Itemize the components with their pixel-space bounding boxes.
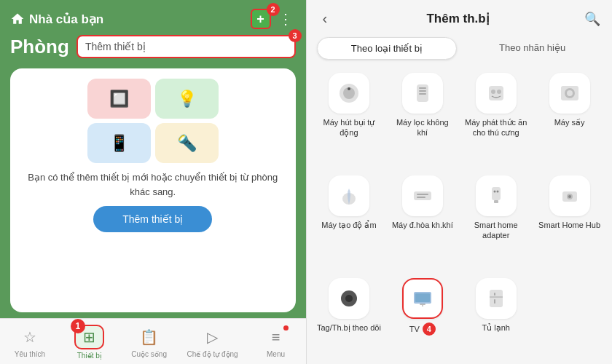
back-button[interactable]: ‹ [318,9,332,28]
right-title: Thêm th.bị [426,11,489,26]
device-item-smart-home-adapter[interactable]: Smart home adapter [460,170,531,269]
svg-rect-6 [419,93,426,95]
menu-badge [283,325,289,331]
svg-rect-32 [494,293,495,296]
add-device-button[interactable]: Thêm thiết bị [93,206,212,232]
left-panel: Nhà của bạn + 2 ⋮ Phòng Thêm thiết bị 3 … [0,0,306,364]
tv-label-row: TV 4 [409,323,436,336]
star-icon: ☆ [23,329,36,345]
tile-pink: 🔲 [87,79,151,119]
main-card: 🔲 💡 📱 🔦 Bạn có thể thêm thiết bị mới hoặ… [10,68,296,312]
tile-blue: 📱 [87,123,151,163]
room-title: Phòng [10,36,69,58]
device-item-robot-vacuum[interactable]: Máy hút bụi tự động [314,67,385,167]
devices-icon: ⊞ [83,329,95,345]
tile-icon-4: 🔦 [177,134,197,153]
device-item-air-purifier[interactable]: Máy lọc không khí [387,67,458,167]
svg-point-2 [348,87,350,90]
svg-point-8 [491,90,495,94]
nav-item-cuocsong[interactable]: 📋 Cuộc sống [128,326,171,358]
device-item-pet-feeder[interactable]: Máy phát thức ăn cho thú cưng [460,67,531,167]
bottom-nav: ☆ Yêu thích ⊞ Thiết bị 1 📋 Cuộc sống ▷ C… [0,318,306,364]
life-icon: 📋 [140,329,158,345]
device-grid: 🔲 💡 📱 🔦 [87,79,219,163]
right-header: ‹ Thêm th.bị 🔍 [307,0,613,34]
nav-label-menu: Menu [267,350,285,358]
svg-rect-18 [494,200,498,203]
svg-rect-16 [417,197,425,198]
device-icon-air-purifier [402,73,443,114]
device-label-tag: Tag/Th.bị theo dõi [317,323,381,333]
svg-rect-15 [417,194,428,195]
tab-row: Theo loại thiết bị Theo nhãn hiệu [307,34,613,67]
device-item-ac[interactable]: Máy đ.hòa kh.khí [387,170,458,269]
svg-point-25 [345,295,353,302]
device-item-smart-home-hub[interactable]: Smart Home Hub [534,170,605,269]
room-title-row: Phòng Thêm thiết bị 3 [0,35,306,63]
device-item-humidifier[interactable]: Máy tạo độ ẩm [314,170,385,269]
search-text: Thêm thiết bị [85,41,146,52]
svg-rect-27 [415,293,430,302]
header-icons: + 2 ⋮ [251,9,296,29]
tab-by-type[interactable]: Theo loại thiết bị [317,37,458,60]
svg-rect-33 [494,299,495,304]
svg-rect-28 [420,304,425,305]
nav-label-thietbi: Thiết bị [77,352,102,360]
device-icon-robot-vacuum [329,73,369,114]
device-icon-tag [329,278,369,319]
svg-rect-30 [490,290,503,307]
device-icon-ac [402,175,443,216]
description-text: Bạn có thể thêm thiết bị mới hoặc chuyển… [20,170,286,199]
device-label-humidifier: Máy tạo độ ẩm [321,220,376,230]
device-label-robot-vacuum: Máy hút bụi tự động [317,117,382,138]
svg-rect-7 [489,86,503,100]
svg-rect-4 [419,87,426,89]
device-list: Máy hút bụi tự động Máy lọc không khí Má… [307,67,613,364]
device-label-ac: Máy đ.hòa kh.khí [392,220,453,230]
svg-rect-29 [422,305,423,306]
home-icon [10,12,25,26]
tile-yellow: 🔦 [155,123,219,163]
device-item-dryer[interactable]: Máy sấy [534,67,605,167]
nav-item-yeuthich[interactable]: ☆ Yêu thích [8,326,52,358]
device-label-smart-home-adapter: Smart home adapter [463,220,528,241]
search-box[interactable]: Thêm thiết bị 3 [76,35,296,58]
svg-rect-14 [414,191,431,200]
device-item-tag[interactable]: Tag/Th.bị theo dõi [314,272,385,364]
device-icon-smart-home-hub [549,175,590,216]
device-icon-smart-home-adapter [476,175,517,216]
nav-item-chedotudong[interactable]: ▷ Chế độ tự động [187,326,238,358]
device-label-pet-feeder: Máy phát thức ăn cho thú cưng [463,117,528,138]
auto-icon: ▷ [207,329,218,345]
right-panel: ‹ Thêm th.bị 🔍 Theo loại thiết bị Theo n… [307,0,613,364]
step4-badge: 4 [423,323,436,336]
device-icon-tv [402,278,443,319]
home-title-row: Nhà của bạn [10,12,103,27]
device-icon-pet-feeder [476,73,517,114]
tab-by-brand[interactable]: Theo nhãn hiệu [463,37,602,60]
device-label-smart-home-hub: Smart Home Hub [538,220,600,230]
nav-label-cuocsong: Cuộc sống [131,350,167,358]
device-item-fridge[interactable]: Tủ lạnh [460,272,531,364]
add-button[interactable]: + 2 [251,9,271,29]
search-badge: 3 [289,29,302,42]
menu-icon: ≡ [272,329,280,345]
svg-rect-5 [419,90,426,92]
device-label-fridge: Tủ lạnh [482,323,509,333]
tile-icon-1: 🔲 [109,90,129,108]
device-icon-humidifier [329,175,369,216]
svg-point-19 [493,190,495,192]
device-icon-dryer [549,73,590,114]
tile-icon-3: 📱 [109,134,129,153]
step1-badge: 1 [71,319,85,333]
nav-item-menu[interactable]: ≡ Menu [254,327,298,358]
nav-label-chedotudong: Chế độ tự động [187,350,238,358]
device-icon-fridge [476,278,517,319]
tile-green: 💡 [155,79,219,119]
search-button[interactable]: 🔍 [584,11,600,27]
nav-item-thietbi[interactable]: ⊞ Thiết bị 1 [68,325,111,360]
svg-point-12 [567,90,573,96]
device-item-tv[interactable]: TV 4 [387,272,458,364]
device-label-dryer: Máy sấy [554,117,585,127]
add-badge: 2 [267,3,280,16]
